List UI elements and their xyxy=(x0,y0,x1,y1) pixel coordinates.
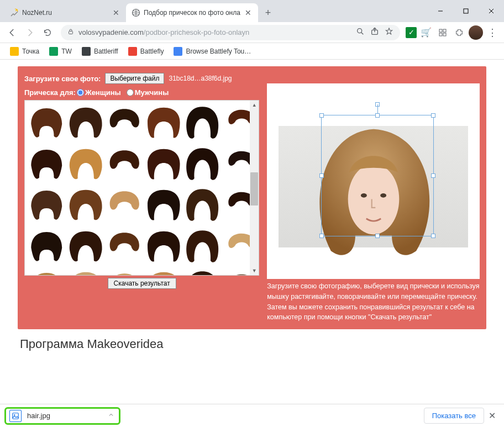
tab-close-icon[interactable]: ✕ xyxy=(244,8,253,17)
hairstyle-thumbnail[interactable] xyxy=(106,228,143,267)
browser-tab-strip: NozNet.ru ✕ Подбор причесок по фото онла… xyxy=(0,0,504,22)
bookmark-item[interactable]: TW xyxy=(46,46,75,57)
scroll-thumb[interactable] xyxy=(250,172,258,205)
transform-selection[interactable] xyxy=(321,115,434,236)
star-icon[interactable] xyxy=(385,27,393,38)
bookmark-item[interactable]: Browse Battlefy Tou… xyxy=(170,46,254,57)
hairstyle-thumbnail[interactable] xyxy=(28,268,65,275)
window-controls xyxy=(428,0,504,22)
resize-handle[interactable] xyxy=(319,113,324,118)
browser-tab[interactable]: NozNet.ru ✕ xyxy=(4,3,126,22)
reload-button[interactable] xyxy=(40,25,55,40)
page-content: Загрузите свое фото: Выберите файл 31bc1… xyxy=(0,60,504,404)
hairstyle-thumbnail[interactable] xyxy=(223,104,250,143)
hairstyle-thumbnail[interactable] xyxy=(184,186,221,225)
hairstyle-thumbnail[interactable] xyxy=(106,104,143,143)
instructions-text: Загрузите свою фотографию, выберете вид … xyxy=(267,281,480,323)
bookmark-item[interactable]: Точка xyxy=(7,46,43,57)
hairstyle-thumbnail[interactable] xyxy=(106,268,143,275)
tab-close-icon[interactable]: ✕ xyxy=(112,8,120,17)
svg-rect-11 xyxy=(439,33,442,36)
ext-cart-icon[interactable]: 🛒 xyxy=(419,25,433,40)
tab-title: NozNet.ru xyxy=(22,9,108,17)
hairstyle-thumbnail[interactable] xyxy=(106,145,143,184)
zoom-icon[interactable] xyxy=(356,27,365,38)
resize-handle[interactable] xyxy=(431,173,435,178)
resize-handle[interactable] xyxy=(319,234,324,238)
download-filename: hair.jpg xyxy=(27,412,50,420)
resize-handle[interactable] xyxy=(375,234,380,238)
hairstyle-thumbnail[interactable] xyxy=(184,104,221,143)
image-file-icon xyxy=(9,410,22,422)
close-window-button[interactable] xyxy=(479,0,504,22)
resize-handle[interactable] xyxy=(431,113,435,118)
bookmark-item[interactable]: Battlefly xyxy=(125,46,167,57)
hairstyle-thumbnail[interactable] xyxy=(223,228,250,267)
ext-puzzle-icon[interactable] xyxy=(452,25,466,40)
svg-rect-16 xyxy=(13,413,19,419)
svg-rect-10 xyxy=(443,29,446,32)
hairstyle-thumbnail[interactable] xyxy=(145,186,182,225)
hairstyle-thumbnail[interactable] xyxy=(223,268,250,275)
hairstyle-thumbnail[interactable] xyxy=(106,186,143,225)
bookmark-label: Battleriff xyxy=(94,48,118,55)
hairstyle-thumbnail[interactable] xyxy=(67,186,104,225)
hairstyle-thumbnail[interactable] xyxy=(223,186,250,225)
lock-icon xyxy=(67,28,74,36)
selected-file-name: 31bc18d…a38f6d.jpg xyxy=(169,75,232,82)
hairstyle-thumbnail[interactable] xyxy=(67,228,104,267)
scroll-down-icon[interactable]: ▼ xyxy=(250,266,259,275)
bookmark-label: Battlefly xyxy=(140,48,164,55)
ext-feed-icon[interactable] xyxy=(435,25,450,40)
hairstyle-thumbnail[interactable] xyxy=(67,268,104,275)
hairstyle-thumbnail[interactable] xyxy=(184,145,221,184)
maximize-button[interactable] xyxy=(453,0,479,22)
hairstyle-thumbnail[interactable] xyxy=(28,228,65,267)
bookmark-item[interactable]: Battleriff xyxy=(78,46,122,57)
new-tab-button[interactable]: + xyxy=(260,5,276,20)
file-select-button[interactable]: Выберите файл xyxy=(105,73,164,84)
photo-preview xyxy=(267,83,480,279)
bookmark-favicon-icon xyxy=(49,47,58,56)
download-chip[interactable]: hair.jpg xyxy=(4,407,120,425)
hairstyle-thumbnail[interactable] xyxy=(223,145,250,184)
show-all-downloads-button[interactable]: Показать все xyxy=(424,408,484,424)
hairstyle-thumbnail[interactable] xyxy=(67,145,104,184)
hairstyle-thumbnail[interactable] xyxy=(28,186,65,225)
resize-handle[interactable] xyxy=(319,173,324,178)
resize-handle[interactable] xyxy=(375,113,380,118)
share-icon[interactable] xyxy=(370,27,379,38)
hairstyle-thumbnail[interactable] xyxy=(28,104,65,143)
ext-check-icon[interactable]: ✓ xyxy=(406,27,417,38)
svg-rect-12 xyxy=(443,33,446,36)
upload-label: Загрузите свое фото: xyxy=(24,75,101,83)
gender-female-radio[interactable] xyxy=(77,89,84,96)
download-result-button[interactable]: Скачать результат xyxy=(108,278,176,289)
forward-button[interactable] xyxy=(22,25,38,40)
hairstyle-thumbnail[interactable] xyxy=(145,268,182,275)
menu-icon[interactable]: ⋮ xyxy=(485,25,500,40)
hairstyle-thumbnail[interactable] xyxy=(184,268,221,275)
bookmark-label: TW xyxy=(61,48,72,55)
hairstyle-thumbnail[interactable] xyxy=(184,228,221,267)
download-shelf: hair.jpg Показать все ✕ xyxy=(0,404,504,427)
chevron-up-icon[interactable] xyxy=(108,412,114,420)
hairstyle-thumbnail[interactable] xyxy=(28,145,65,184)
svg-rect-9 xyxy=(439,29,442,32)
gender-male-radio[interactable] xyxy=(127,89,134,96)
profile-avatar[interactable] xyxy=(469,25,483,40)
address-bar-actions xyxy=(356,27,393,38)
minimize-button[interactable] xyxy=(428,0,453,22)
hairstyle-thumbnail[interactable] xyxy=(145,145,182,184)
browser-tab-active[interactable]: Подбор причесок по фото онла ✕ xyxy=(126,3,258,22)
address-bar[interactable]: volosvypadenie.com/podbor-prichesok-po-f… xyxy=(61,25,400,40)
close-shelf-icon[interactable]: ✕ xyxy=(484,410,500,421)
hairstyle-thumbnail[interactable] xyxy=(145,228,182,267)
hairstyle-thumbnail[interactable] xyxy=(145,104,182,143)
back-button[interactable] xyxy=(4,25,20,40)
scrollbar[interactable]: ▲ ▼ xyxy=(250,101,259,275)
url-text: volosvypadenie.com/podbor-prichesok-po-f… xyxy=(78,28,351,36)
hairstyle-thumbnail[interactable] xyxy=(67,104,104,143)
resize-handle[interactable] xyxy=(431,234,435,238)
scroll-up-icon[interactable]: ▲ xyxy=(250,101,259,109)
